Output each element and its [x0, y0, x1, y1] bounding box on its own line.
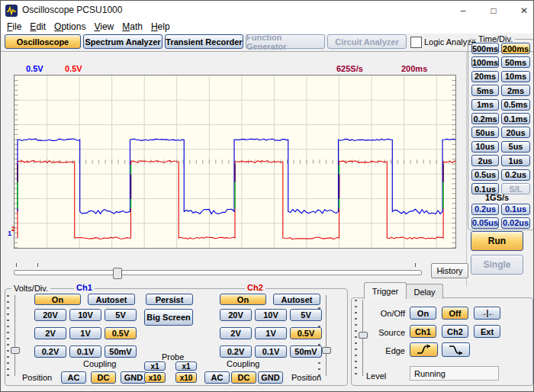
trigger-edge-rising-button[interactable] [410, 342, 438, 357]
timediv-1gs-0-02us[interactable]: 0.02us [501, 217, 530, 229]
timediv-200ms[interactable]: 200ms [501, 43, 530, 54]
trigger-edge-label: Edge [373, 346, 405, 355]
menu-options[interactable]: Options [54, 21, 85, 32]
big-screen-button[interactable]: Big Screen [144, 309, 193, 326]
timediv-2us[interactable]: 2us [471, 155, 499, 166]
timediv-0-1ms[interactable]: 0.1ms [501, 113, 530, 124]
ch2-coupling-gnd[interactable]: GND [258, 371, 283, 384]
menu-edit[interactable]: Edit [30, 21, 46, 32]
menu-help[interactable]: Help [151, 21, 170, 32]
tab-trigger[interactable]: Trigger [364, 282, 407, 299]
timediv-1us[interactable]: 1us [501, 155, 530, 166]
timediv-20ms[interactable]: 20ms [471, 71, 499, 82]
maximize-button[interactable]: □ [483, 3, 504, 18]
trigger-edge-falling-button[interactable] [442, 342, 470, 357]
ch1-volts-0-2v[interactable]: 0.2V [34, 345, 66, 358]
tab-transient-recorder[interactable]: Transient Recorder [165, 34, 243, 49]
ch1-volts-1v[interactable]: 1V [69, 327, 101, 339]
timediv-0-5us[interactable]: 0.5us [471, 169, 499, 181]
timediv-50us[interactable]: 50us [471, 127, 499, 138]
probe-ch1-x10[interactable]: x10 [144, 372, 166, 383]
tab-circuit-analyzer[interactable]: Circuit Analyzer [327, 34, 407, 49]
ch2-volts-2v[interactable]: 2V [220, 327, 252, 339]
menu-view[interactable]: View [94, 21, 114, 32]
menu-math[interactable]: Math [122, 21, 143, 32]
ch2-volts-20v[interactable]: 20V [220, 309, 252, 321]
ch1-volts-2v[interactable]: 2V [34, 327, 66, 339]
tab-delay[interactable]: Delay [406, 284, 443, 299]
ch1-autoset-button[interactable]: Autoset [88, 294, 135, 305]
trigger-onoff-on[interactable]: On [410, 307, 436, 320]
timediv-1gs-0-05us[interactable]: 0.05us [471, 217, 499, 229]
ch2-volts-5v[interactable]: 5V [290, 309, 322, 321]
ch2-volts-0-1v[interactable]: 0.1V [255, 345, 287, 358]
trigger-level-slider[interactable] [355, 300, 367, 376]
trigger-source-ch2[interactable]: Ch2 [442, 325, 468, 338]
timediv-20us[interactable]: 20us [501, 127, 530, 138]
ch2-autoset-button[interactable]: Autoset [273, 294, 320, 305]
close-button[interactable]: ✕ [513, 3, 534, 18]
ch1-volts-10v[interactable]: 10V [69, 309, 101, 321]
timediv-2ms[interactable]: 2ms [501, 85, 530, 96]
run-button[interactable]: Run [471, 231, 523, 251]
ch1-position-thumb[interactable] [11, 347, 20, 354]
ch1-on-button[interactable]: On [34, 294, 81, 305]
ch1-ground-marker[interactable]: 1 [8, 230, 11, 237]
ch1-volts-20v[interactable]: 20V [34, 309, 66, 321]
trigger-status-field[interactable]: Running [410, 366, 499, 381]
timediv-0-2us[interactable]: 0.2us [501, 169, 530, 181]
trigger-source-ext[interactable]: Ext [474, 325, 500, 338]
x-position-slider-thumb[interactable] [113, 268, 122, 279]
ch1-volts-0-1v[interactable]: 0.1V [69, 345, 101, 358]
timediv-0-1us[interactable]: 0.1us [471, 183, 499, 194]
ch1-volts-0-5v[interactable]: 0.5V [105, 327, 137, 339]
tab-oscilloscope[interactable]: Oscilloscope [5, 34, 81, 49]
trigger-center-marker-button[interactable]: →|← [474, 307, 500, 320]
ch2-position-thumb[interactable] [322, 347, 331, 354]
probe-ch1-x1[interactable]: x1 [144, 361, 166, 371]
timediv-5us[interactable]: 5us [501, 141, 530, 153]
timediv-1ms[interactable]: 1ms [471, 99, 499, 111]
ch1-coupling-dc[interactable]: DC [91, 371, 116, 384]
ch1-volts-5v[interactable]: 5V [105, 309, 137, 321]
probe-ch2-x10[interactable]: x10 [175, 372, 197, 383]
ch2-ground-marker[interactable]: 2 [11, 225, 15, 233]
trigger-onoff-off[interactable]: Off [442, 307, 468, 320]
timediv-50ms[interactable]: 50ms [501, 56, 530, 68]
ch1-volts-50mv[interactable]: 50mV [105, 345, 137, 358]
ch2-coupling-ac[interactable]: AC [204, 371, 230, 384]
menu-file[interactable]: File [7, 21, 21, 32]
timediv-500ms[interactable]: 500ms [471, 43, 499, 54]
ch2-volts-50mv[interactable]: 50mV [290, 345, 322, 358]
timediv-5ms[interactable]: 5ms [471, 85, 499, 96]
trigger-level-thumb[interactable] [359, 332, 368, 339]
single-button[interactable]: Single [471, 255, 523, 275]
ch2-volts-1v[interactable]: 1V [255, 327, 287, 339]
ch1-coupling-gnd[interactable]: GND [121, 371, 146, 384]
tab-function-generator[interactable]: Function Generator [246, 34, 325, 49]
timediv-1gs-0-2us[interactable]: 0.2us [471, 204, 499, 215]
ch2-volts-0-5v[interactable]: 0.5V [290, 327, 322, 339]
ch2-volts-0-2v[interactable]: 0.2V [220, 345, 252, 358]
minimize-button[interactable]: – [452, 3, 474, 18]
timediv-s-l[interactable]: S/L [501, 183, 530, 194]
probe-ch2-x1[interactable]: x1 [175, 361, 197, 371]
logic-analyzer-checkbox[interactable] [410, 37, 422, 48]
timediv-100ms[interactable]: 100ms [471, 56, 499, 68]
x-position-track-left[interactable] [14, 270, 114, 275]
timediv-0-2ms[interactable]: 0.2ms [471, 113, 499, 124]
tab-spectrum-analyzer[interactable]: Spectrum Analyzer [83, 34, 162, 49]
trigger-source-ch1[interactable]: Ch1 [410, 325, 436, 338]
persist-button[interactable]: Persist [146, 294, 193, 305]
ch1-coupling-ac[interactable]: AC [61, 371, 86, 384]
ch2-volts-10v[interactable]: 10V [255, 309, 287, 321]
ch2-on-button[interactable]: On [220, 294, 266, 305]
ch2-coupling-dc[interactable]: DC [231, 371, 256, 384]
x-position-track-right[interactable] [121, 270, 422, 275]
timediv-1gs-0-1us[interactable]: 0.1us [501, 204, 530, 215]
timediv-10us[interactable]: 10us [471, 141, 499, 153]
ch1-position-slider[interactable] [7, 295, 19, 376]
timediv-10ms[interactable]: 10ms [501, 71, 530, 82]
timediv-0-5ms[interactable]: 0.5ms [501, 99, 530, 111]
history-button[interactable]: History [431, 263, 468, 278]
